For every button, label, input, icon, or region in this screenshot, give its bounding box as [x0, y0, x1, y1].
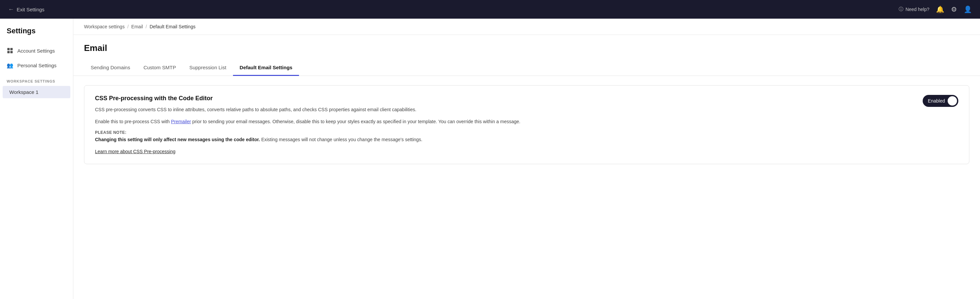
page-title: Email — [84, 43, 969, 53]
breadcrumb-current: Default Email Settings — [150, 24, 196, 29]
breadcrumb: Workspace settings / Email / Default Ema… — [73, 19, 980, 35]
sidebar-item-account-settings[interactable]: Account Settings — [0, 43, 73, 58]
toggle-container[interactable]: Enabled — [923, 95, 958, 107]
gear-icon[interactable]: ⚙ — [951, 5, 957, 13]
card-description-2: Enable this to pre-process CSS with Prem… — [95, 118, 909, 125]
breadcrumb-separator-1: / — [127, 24, 129, 29]
css-preprocessing-card: CSS Pre-processing with the Code Editor … — [84, 85, 969, 164]
toggle-circle — [948, 96, 957, 106]
tab-suppression-list[interactable]: Suppression List — [183, 60, 233, 76]
help-circle-icon: ⓘ — [899, 6, 903, 12]
sidebar-title: Settings — [0, 27, 73, 43]
description-2-after: prior to sending your email messages. Ot… — [191, 119, 520, 124]
sidebar-item-personal-settings[interactable]: 👥 Personal Settings — [0, 58, 73, 73]
card-description-1: CSS pre-processing converts CSS to inlin… — [95, 106, 909, 113]
help-label: Need help? — [905, 7, 929, 12]
personal-settings-icon: 👥 — [7, 62, 13, 69]
user-avatar-icon[interactable]: 👤 — [964, 5, 972, 13]
tab-default-email-settings[interactable]: Default Email Settings — [233, 60, 299, 76]
content-area: CSS Pre-processing with the Code Editor … — [73, 76, 980, 174]
please-note-section: PLEASE NOTE: Changing this setting will … — [95, 130, 909, 143]
note-bold-text: Changing this setting will only affect n… — [95, 137, 260, 142]
page-header: Email — [73, 35, 980, 53]
learn-more-link[interactable]: Learn more about CSS Pre-processing — [95, 149, 175, 154]
card-title: CSS Pre-processing with the Code Editor — [95, 95, 909, 102]
note-text: Changing this setting will only affect n… — [95, 136, 909, 143]
bell-icon[interactable]: 🔔 — [936, 5, 944, 13]
tabs-container: Sending Domains Custom SMTP Suppression … — [73, 60, 980, 76]
sidebar-item-workspace-1[interactable]: Workspace 1 — [3, 86, 70, 98]
top-nav-right: ⓘ Need help? 🔔 ⚙ 👤 — [899, 5, 972, 13]
breadcrumb-separator-2: / — [146, 24, 147, 29]
note-normal-text: Existing messages will not change unless… — [260, 137, 423, 142]
description-2-before: Enable this to pre-process CSS with — [95, 119, 171, 124]
account-settings-label: Account Settings — [18, 48, 55, 54]
breadcrumb-workspace-settings[interactable]: Workspace settings — [84, 24, 125, 29]
tab-custom-smtp[interactable]: Custom SMTP — [137, 60, 183, 76]
tab-sending-domains[interactable]: Sending Domains — [84, 60, 137, 76]
note-label: PLEASE NOTE: — [95, 130, 909, 135]
workspace-settings-section-label: WORKSPACE SETTINGS — [0, 73, 73, 86]
breadcrumb-email[interactable]: Email — [131, 24, 143, 29]
personal-settings-label: Personal Settings — [18, 63, 57, 68]
workspace-1-label: Workspace 1 — [10, 89, 38, 95]
account-settings-icon — [7, 47, 13, 54]
need-help-button[interactable]: ⓘ Need help? — [899, 6, 929, 12]
back-arrow-icon: ← — [8, 6, 14, 13]
main-content: Workspace settings / Email / Default Ema… — [73, 19, 980, 299]
sidebar: Settings Account Settings 👥 Personal Set… — [0, 19, 73, 299]
premailer-link[interactable]: Premailer — [171, 119, 191, 124]
exit-settings-label: Exit Settings — [17, 7, 45, 12]
card-body: CSS Pre-processing with the Code Editor … — [95, 95, 909, 155]
top-navigation: ← Exit Settings ⓘ Need help? 🔔 ⚙ 👤 — [0, 0, 980, 19]
toggle-label: Enabled — [928, 98, 945, 104]
enabled-toggle[interactable]: Enabled — [923, 95, 958, 107]
exit-settings-button[interactable]: ← Exit Settings — [8, 6, 45, 13]
